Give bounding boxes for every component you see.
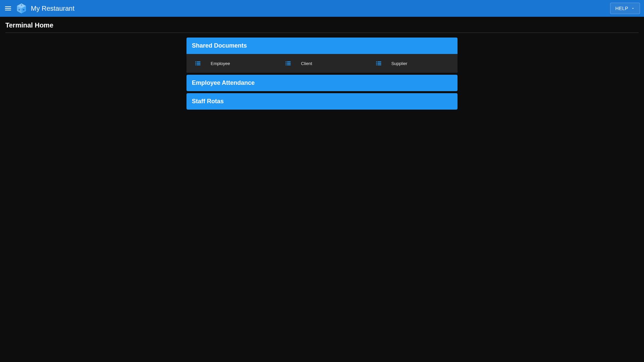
help-button-label: HELP — [615, 6, 628, 11]
doc-item-supplier[interactable]: Supplier — [367, 54, 458, 73]
doc-item-employee[interactable]: Employee — [186, 54, 277, 73]
doc-item-label: Employee — [211, 61, 230, 66]
svg-text:B: B — [19, 9, 20, 11]
list-icon — [375, 60, 382, 67]
list-icon — [285, 60, 291, 67]
app-title: My Restaurant — [31, 5, 610, 12]
doc-item-client[interactable]: Client — [277, 54, 367, 73]
svg-text:M: M — [23, 9, 24, 11]
doc-item-label: Client — [301, 61, 312, 66]
page-content: Terminal Home Shared Documents Employee … — [0, 17, 644, 116]
chevron-down-icon — [631, 6, 635, 10]
app-logo-icon: 1 B M — [16, 3, 27, 14]
card-body-shared-documents: Employee Client Supplier — [186, 54, 458, 73]
app-header: 1 B M My Restaurant HELP — [0, 0, 644, 17]
card-employee-attendance: Employee Attendance — [186, 75, 458, 91]
help-button[interactable]: HELP — [610, 3, 640, 14]
card-header-staff-rotas[interactable]: Staff Rotas — [186, 93, 458, 110]
card-header-shared-documents[interactable]: Shared Documents — [186, 38, 458, 54]
menu-icon[interactable] — [4, 4, 12, 12]
doc-item-label: Supplier — [391, 61, 408, 66]
card-shared-documents: Shared Documents Employee Client — [186, 38, 458, 73]
list-icon — [195, 60, 201, 67]
card-staff-rotas: Staff Rotas — [186, 93, 458, 110]
page-title: Terminal Home — [5, 21, 639, 33]
cards-container: Shared Documents Employee Client — [186, 38, 458, 110]
card-header-employee-attendance[interactable]: Employee Attendance — [186, 75, 458, 91]
